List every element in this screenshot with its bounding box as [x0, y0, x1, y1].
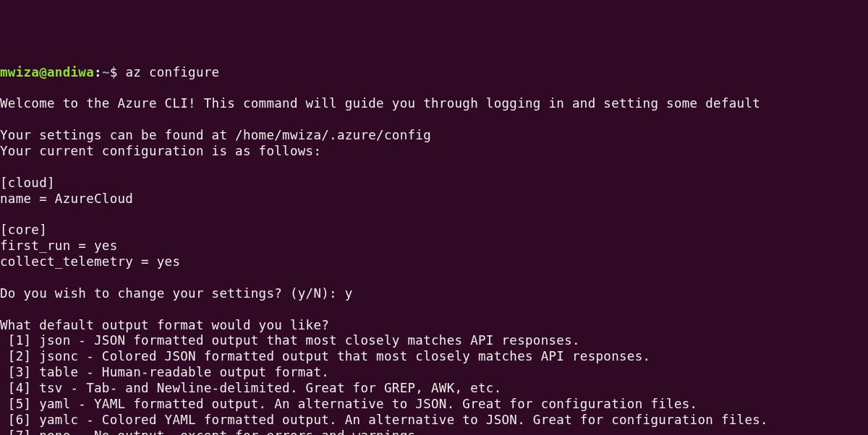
- output-welcome: Welcome to the Azure CLI! This command w…: [0, 96, 760, 111]
- output-option-6: [6] yamlc - Colored YAML formatted outpu…: [0, 413, 768, 427]
- output-option-2: [2] jsonc - Colored JSON formatted outpu…: [0, 349, 650, 363]
- output-option-4: [4] tsv - Tab- and Newline-delimited. Gr…: [0, 381, 502, 395]
- command-text: az configure: [125, 65, 219, 79]
- prompt-colon: :: [94, 65, 102, 79]
- output-core-telemetry: collect_telemetry = yes: [0, 254, 180, 269]
- prompt-dollar: $: [110, 65, 118, 79]
- output-current-config: Your current configuration is as follows…: [0, 144, 321, 158]
- output-cloud-header: [cloud]: [0, 176, 55, 190]
- output-option-3: [3] table - Human-readable output format…: [0, 365, 329, 379]
- output-format-question: What default output format would you lik…: [0, 318, 329, 332]
- output-core-first-run: first_run = yes: [0, 238, 118, 253]
- prompt-path: ~: [102, 65, 110, 79]
- command-input: [118, 65, 126, 79]
- prompt-host: andiwa: [47, 65, 94, 79]
- output-option-1: [1] json - JSON formatted output that mo…: [0, 333, 580, 348]
- output-settings-path: Your settings can be found at /home/mwiz…: [0, 128, 431, 142]
- prompt-at: @: [39, 65, 47, 79]
- output-option-5: [5] yaml - YAML formatted output. An alt…: [0, 397, 697, 411]
- output-option-7: [7] none - No output, except for errors …: [0, 428, 423, 435]
- output-core-header: [core]: [0, 223, 47, 237]
- output-change-prompt: Do you wish to change your settings? (y/…: [0, 286, 353, 301]
- prompt-user: mwiza: [0, 65, 39, 79]
- output-cloud-name: name = AzureCloud: [0, 191, 133, 206]
- terminal[interactable]: mwiza@andiwa:~$ az configure Welcome to …: [0, 65, 868, 436]
